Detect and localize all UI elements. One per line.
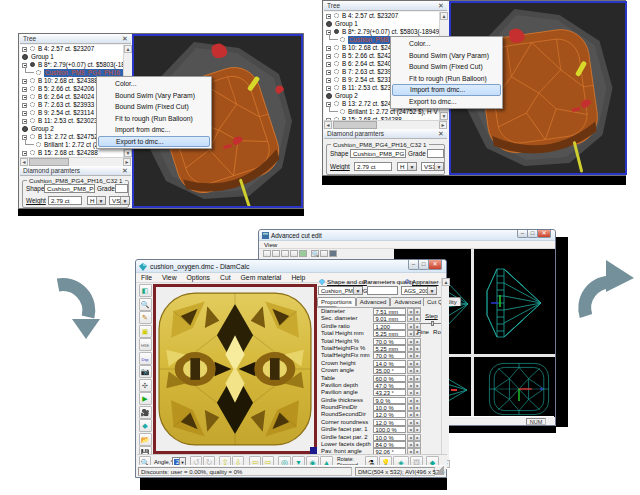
ace-tool-green[interactable]	[299, 250, 307, 257]
spin-down-icon[interactable]: ◂	[407, 389, 414, 396]
tool-zoom-icon[interactable]: 🔍	[139, 298, 152, 311]
tab-advanced[interactable]: Advanced	[356, 297, 391, 306]
params-close-icon[interactable]: ✕	[437, 130, 445, 138]
expand-icon[interactable]	[22, 95, 27, 100]
chevron-down-icon[interactable]: ▼	[427, 287, 436, 294]
spin-up-icon[interactable]: ▸	[414, 308, 421, 315]
menu-item[interactable]: Bound Swim (Fixed Cut)	[98, 101, 210, 113]
spin-up-icon[interactable]: ▸	[414, 426, 421, 433]
expand-icon[interactable]	[22, 119, 27, 124]
tree-close-icon[interactable]: ✕	[437, 2, 445, 10]
dc-menu-item[interactable]: Options	[182, 273, 215, 282]
resize-grip[interactable]	[435, 466, 444, 475]
tool-movie-icon[interactable]: 🎥	[139, 406, 152, 419]
tree-row-label[interactable]: Group 2	[335, 92, 358, 100]
tool-render-icon[interactable]: ◧	[139, 284, 152, 297]
dc-menu-item[interactable]: File	[136, 273, 157, 282]
spin-up-icon[interactable]: ▸	[414, 419, 421, 426]
ace-tool-1[interactable]	[263, 250, 271, 257]
tool-camera-icon[interactable]: 📷	[139, 365, 152, 378]
param-value-field[interactable]: 43.23 °	[373, 389, 406, 396]
tree-row[interactable]: Brillant 1: 2.72 ct (24752 $), H V	[324, 108, 439, 116]
params-panel-header[interactable]: Diamond paramters ✕	[20, 166, 131, 176]
dc-close-button[interactable]: ✕	[428, 260, 442, 270]
spin-down-icon[interactable]: ◂	[407, 419, 414, 426]
ace-tool-2[interactable]	[272, 250, 280, 257]
spin-up-icon[interactable]: ▸	[414, 397, 421, 404]
menu-item[interactable]: Fit to rough (Run Balloon)	[392, 73, 501, 85]
spin-up-icon[interactable]: ▸	[414, 345, 421, 352]
tool-dsp-icon[interactable]: Dsp	[139, 352, 152, 365]
param-value-field[interactable]: 9.01 mm	[373, 315, 406, 322]
scroll-up-icon[interactable]: ▲	[442, 278, 450, 286]
param-value-field[interactable]: 9.0 %	[373, 397, 406, 404]
menu-item[interactable]: Import from dmc...	[392, 84, 501, 96]
dc-menu-item[interactable]: Help	[286, 273, 310, 282]
scroll-up-icon[interactable]: ▲	[440, 12, 448, 20]
spin-down-icon[interactable]: ◂	[407, 308, 414, 315]
params-panel-header[interactable]: Diamond paramters ✕	[324, 129, 447, 139]
expand-icon[interactable]	[326, 54, 331, 59]
param-value-field[interactable]: 1.200	[373, 323, 406, 330]
spin-down-icon[interactable]: ◂	[407, 397, 414, 404]
spin-up-icon[interactable]: ▸	[414, 375, 421, 382]
expand-icon[interactable]	[326, 62, 331, 67]
param-value-field[interactable]: 14.0 %	[373, 360, 406, 367]
scroll-right-icon[interactable]: ►	[439, 121, 447, 129]
chevron-down-icon[interactable]: ▼	[434, 163, 443, 170]
menu-item[interactable]: Color...	[392, 38, 501, 50]
spin-down-icon[interactable]: ◂	[407, 367, 414, 374]
tree-row-label[interactable]: Group 1	[31, 53, 54, 61]
param-value-field[interactable]: 12.0 %	[373, 419, 406, 426]
tree-row-label[interactable]: B 7: 2.63 ct. $23933	[38, 101, 94, 109]
tree-row-label[interactable]: B 15: 2.68 ct. $24288	[38, 149, 98, 157]
spin-down-icon[interactable]: ◂	[407, 404, 414, 411]
spin-up-icon[interactable]: ▸	[414, 389, 421, 396]
params-close-icon[interactable]: ✕	[121, 167, 129, 175]
tree-row-label[interactable]: B 13: 2.72 ct. $24752	[38, 133, 98, 141]
grade-field[interactable]	[427, 149, 444, 158]
spin-down-icon[interactable]: ◂	[407, 434, 414, 441]
ace-tool-3[interactable]	[281, 250, 289, 257]
dc-menu-item[interactable]: View	[157, 273, 182, 282]
chevron-down-icon[interactable]: ▼	[96, 197, 105, 204]
spin-up-icon[interactable]: ▸	[414, 338, 421, 345]
tree-row-label[interactable]: Brillant 1: 2.72 ct (24752 $), H V	[348, 108, 438, 116]
tree-row-label[interactable]: B 5: 2.66 ct. $24206	[38, 85, 94, 93]
color-combo[interactable]: H▼	[87, 196, 106, 205]
param-value-field[interactable]: 60.0 %	[373, 375, 406, 382]
dc-menu-item[interactable]: Gem material	[236, 273, 287, 282]
spin-down-icon[interactable]: ◂	[407, 382, 414, 389]
expand-icon[interactable]	[326, 78, 331, 83]
spin-up-icon[interactable]: ▸	[414, 404, 421, 411]
spin-down-icon[interactable]: ◂	[407, 375, 414, 382]
tree-row[interactable]: Group 1	[324, 20, 439, 28]
spin-down-icon[interactable]: ◂	[407, 315, 414, 322]
tree-row[interactable]: B 4: 2.57 ct. $23207	[324, 12, 439, 20]
hscroll-thumb[interactable]	[29, 158, 69, 166]
param-value-field[interactable]: 84.0 %	[373, 441, 406, 448]
tree-row[interactable]: B 4: 2.57 ct. $23207	[20, 45, 123, 53]
shape-cut-combo[interactable]: Cushion_PM8_PG4_P▼	[318, 286, 363, 295]
tree-row-label[interactable]: Group 2	[31, 125, 54, 133]
spin-up-icon[interactable]: ▸	[414, 352, 421, 359]
tree-row-label[interactable]: B 6: 2.64 ct. $24024	[38, 93, 94, 101]
scroll-up-icon[interactable]: ▲	[124, 45, 132, 53]
spin-up-icon[interactable]: ▸	[414, 367, 421, 374]
appraiser-combo[interactable]: AGS_2005▼	[401, 286, 437, 295]
menu-item[interactable]: Bound Swim (Vary Param)	[98, 90, 210, 102]
param-value-field[interactable]: 47.0 %	[373, 382, 406, 389]
tree-panel-header[interactable]: Tree ✕	[324, 1, 447, 11]
tree-row-label[interactable]: B 11: 2.53 ct. $23023	[38, 117, 97, 125]
param-value-field[interactable]: 70.0 %	[373, 338, 406, 345]
shape-field[interactable]: Cushion_PM8_PG	[44, 184, 95, 193]
shape-field[interactable]: Cushion_PM8_PG	[350, 149, 406, 158]
expand-icon[interactable]	[326, 14, 331, 19]
spin-up-icon[interactable]: ▸	[414, 360, 421, 367]
tab-proportions[interactable]: Proportions	[317, 297, 356, 306]
ace-tool-4[interactable]	[290, 250, 298, 257]
tree-row-label[interactable]: B 4: 2.57 ct. $23207	[342, 12, 398, 20]
expand-icon[interactable]	[22, 87, 27, 92]
scroll-left-icon[interactable]: ◄	[324, 121, 332, 129]
spin-down-icon[interactable]: ◂	[407, 352, 414, 359]
